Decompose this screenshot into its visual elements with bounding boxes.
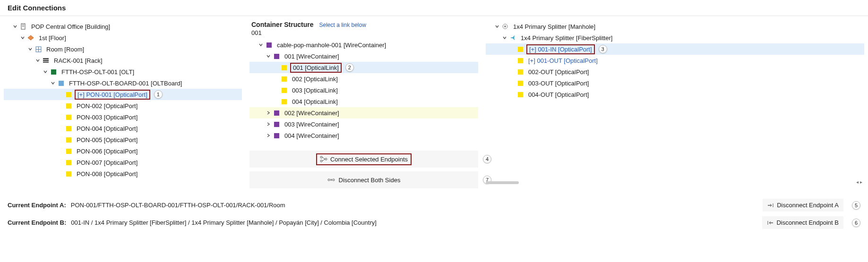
tree-node-opticalport[interactable]: PON-006 [OpticalPort] [4,145,242,157]
chevron-right-icon[interactable] [265,109,272,117]
tree-label: PON-004 [OpticalPort] [75,125,139,133]
svg-rect-1 [22,25,23,25]
olt-icon [50,68,57,75]
tree-node-opticalport[interactable]: PON-002 [OpticalPort] [4,100,242,111]
building-icon [20,23,26,30]
tree-node-opticalport[interactable]: PON-003 [OpticalPort] [4,111,242,123]
tree-node-rack[interactable]: RACK-001 [Rack] [4,55,242,66]
disconnect-endpoint-b-button[interactable]: Disconnect Endpoint B [762,216,843,229]
chevron-down-icon[interactable] [11,23,19,30]
step-badge: 3 [599,45,607,53]
chevron-down-icon[interactable] [501,34,508,42]
opticalport-icon [517,46,524,52]
splitter-icon [509,34,516,41]
chevron-right-icon[interactable] [265,120,272,128]
tree-label: FTTH-OSP-OLT-001 [OLT] [60,68,136,76]
tree-node-opticalport[interactable]: PON-008 [OpticalPort] [4,168,242,179]
tree-node-wirecontainer[interactable]: 004 [WireContainer] [249,130,478,141]
horizontal-scrollbar[interactable]: ◂ ▸ [486,180,864,185]
tree-node-opticalport[interactable]: [+] 001-OUT [OpticalPort] [486,55,864,66]
opticalport-icon [65,125,72,132]
chevron-down-icon[interactable] [49,79,57,87]
tree-label: 002-OUT [OpticalPort] [526,68,591,76]
tree-node-opticalport[interactable]: [+] 001-IN [OpticalPort]3 [486,43,864,55]
disconnect-endpoint-a-button[interactable]: Disconnect Endpoint A [763,199,843,211]
opticallink-icon [281,76,287,82]
tree-node-olt[interactable]: FTTH-OSP-OLT-001 [OLT] [4,66,242,77]
opticalport-icon [517,80,524,86]
opticalport-icon [517,57,524,64]
tree-node-opticalport[interactable]: [+] PON-001 [OpticalPort]1 [4,89,242,100]
svg-point-18 [333,179,335,181]
opticalport-icon [517,91,524,98]
tree-label: [+] 001-IN [OpticalPort] [526,44,595,54]
container-structure-subtitle: Select a link below [319,22,366,28]
endpoint-b-label: Current Endpoint B: [8,219,66,226]
button-label: Connect Selected Endpoints [330,156,408,163]
tree-node-oltboard[interactable]: FTTH-OSP-OLT-BOARD-001 [OLTBoard] [4,77,242,89]
tree-node-opticallink[interactable]: 001 [OpticalLink]2 [249,62,478,73]
tree-label: [+] 001-OUT [OpticalPort] [526,57,600,65]
oltboard-icon [58,80,64,86]
disconnect-both-sides-button[interactable]: Disconnect Both Sides 7 [249,171,478,188]
disconnect-a-icon [767,203,774,208]
chevron-down-icon[interactable] [493,23,501,30]
step-badge: 4 [483,155,491,163]
tree-node-opticalport[interactable]: PON-007 [OpticalPort] [4,157,242,168]
endpoint-b-tree: 1x4 Primary Splitter [Manhole] 1x4 Prima… [482,21,868,192]
tree-node-building[interactable]: POP Central Office [Building] [4,21,242,32]
tree-label: [+] PON-001 [OpticalPort] [75,90,150,100]
svg-rect-0 [21,24,25,29]
tree-node-opticalport[interactable]: 004-OUT [OpticalPort] [486,89,864,100]
tree-label: Room [Room] [44,45,86,53]
chevron-down-icon[interactable] [257,41,265,49]
wirecontainer-icon [273,53,280,59]
step-badge: 5 [852,201,860,210]
step-badge: 6 [852,219,860,227]
chevron-right-icon[interactable] [265,132,272,139]
svg-line-15 [322,157,325,159]
tree-label: 1x4 Primary Splitter [FiberSplitter] [519,34,614,42]
button-label: Disconnect Endpoint B [776,219,839,226]
tree-label: PON-006 [OpticalPort] [75,147,139,155]
tree-node-opticalport[interactable]: 002-OUT [OpticalPort] [486,66,864,77]
chevron-down-icon[interactable] [34,57,42,64]
tree-label: 001 [OpticalLink] [290,63,342,73]
disconnect-icon [327,177,335,183]
tree-label: 002 [OpticalLink] [290,75,340,83]
tree-node-wirecontainer[interactable]: 003 [WireContainer] [249,118,478,130]
container-code: 001 [249,28,478,39]
endpoint-a-label: Current Endpoint A: [8,202,66,209]
tree-node-room[interactable]: Room [Room] [4,43,242,55]
tree-node-opticallink[interactable]: 003 [OpticalLink] [249,85,478,96]
room-icon [35,46,42,52]
opticallink-icon [281,98,287,105]
tree-node-wirecontainer[interactable]: 002 [WireContainer] [249,107,478,118]
tree-node-opticallink[interactable]: 002 [OpticalLink] [249,73,478,85]
tree-node-floor[interactable]: 1st [Floor] [4,32,242,43]
endpoint-a-footer: Current Endpoint A: PON-001/FTTH-OSP-OLT… [0,196,868,213]
tree-node-opticalport[interactable]: 003-OUT [OpticalPort] [486,77,864,89]
connect-selected-endpoints-button[interactable]: Connect Selected Endpoints 4 [249,151,478,168]
step-badge: 2 [345,63,354,72]
opticalport-icon [65,148,72,154]
svg-point-17 [328,179,330,181]
tree-node-opticalport[interactable]: PON-005 [OpticalPort] [4,134,242,145]
tree-label: PON-005 [OpticalPort] [75,136,139,144]
tree-node-wirecontainer-root[interactable]: cable-pop-manhole-001 [WireContainer] [249,39,478,51]
tree-node-wirecontainer[interactable]: 001 [WireContainer] [249,51,478,62]
chevron-down-icon[interactable] [19,34,26,42]
tree-node-manhole[interactable]: 1x4 Primary Splitter [Manhole] [486,21,864,32]
tree-label: 003 [WireContainer] [283,120,341,128]
chevron-down-icon[interactable] [42,68,49,76]
svg-rect-4 [24,26,25,27]
tree-node-fibersplitter[interactable]: 1x4 Primary Splitter [FiberSplitter] [486,32,864,43]
container-structure-title: Container Structure [251,21,313,28]
tree-label: FTTH-OSP-OLT-BOARD-001 [OLTBoard] [67,79,184,87]
tree-label: PON-008 [OpticalPort] [75,170,139,178]
chevron-down-icon[interactable] [26,45,34,53]
tree-node-opticalport[interactable]: PON-004 [OpticalPort] [4,123,242,134]
chevron-down-icon[interactable] [265,52,272,60]
tree-node-opticallink[interactable]: 004 [OpticalLink] [249,96,478,107]
svg-point-14 [325,158,327,160]
